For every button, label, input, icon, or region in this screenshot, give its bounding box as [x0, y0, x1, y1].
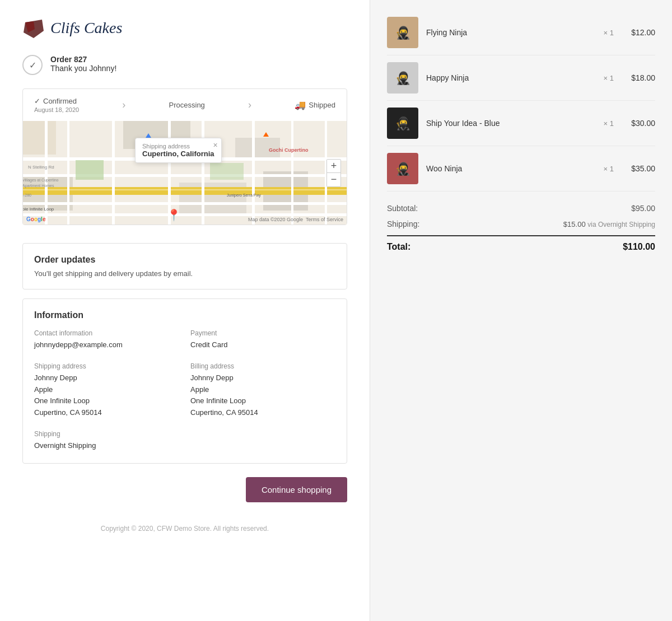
step-shipped: 🚚 Shipped — [295, 100, 335, 110]
subtotal-value: $95.00 — [631, 204, 655, 213]
shipping-via-text: via Overnight Shipping — [587, 221, 655, 228]
order-updates-title: Order updates — [34, 255, 335, 265]
billing-address-value: Johnny Depp Apple One Infinite Loop Cupe… — [190, 372, 335, 419]
order-confirmation: ✓ Order 827 Thank you Johnny! — [22, 55, 347, 75]
svg-text:I-280: I-280 — [23, 193, 31, 197]
total-label: Total: — [387, 242, 410, 252]
item-quantity: × 1 — [604, 74, 614, 82]
actions-area: Continue shopping — [22, 477, 347, 502]
list-item: 🥷 Happy Ninja × 1 $18.00 — [387, 55, 655, 101]
shipping-amount: $15.00 — [563, 220, 586, 228]
shipping-company: Apple — [34, 385, 53, 394]
grand-total-row: Total: $110.00 — [387, 235, 655, 255]
svg-rect-9 — [23, 187, 347, 195]
item-name: Happy Ninja — [426, 73, 596, 82]
payment-method: Credit Card — [190, 339, 335, 351]
shipping-row: Shipping: $15.00 via Overnight Shipping — [387, 216, 655, 232]
shipping-name: Johnny Depp — [34, 373, 77, 382]
shipping-label: Shipping: — [387, 220, 419, 228]
tooltip-title: Shipping address — [142, 143, 214, 150]
order-updates-description: You'll get shipping and delivery updates… — [34, 269, 335, 278]
shipping-city: Cupertino, CA 95014 — [34, 408, 102, 417]
payment-label: Payment — [190, 329, 335, 337]
tooltip-city: Cupertino, California — [142, 150, 214, 158]
status-bar: ✓ Confirmed August 18, 2020 › Processing… — [22, 88, 347, 225]
shipping-address-block: Shipping address Johnny Depp Apple One I… — [34, 362, 179, 419]
contact-info-block: Contact information johnnydepp@example.c… — [34, 329, 179, 351]
svg-rect-10 — [23, 189, 347, 190]
svg-text:🥷: 🥷 — [395, 116, 411, 131]
billing-company: Apple — [190, 385, 209, 394]
map-tooltip: × Shipping address Cupertino, California — [135, 138, 222, 163]
billing-street: One Infinite Loop — [190, 396, 246, 405]
shipping-method-value: Overnight Shipping — [34, 440, 179, 452]
svg-text:Gochi Cupertino: Gochi Cupertino — [269, 147, 309, 153]
svg-rect-19 — [202, 121, 204, 225]
billing-name: Johnny Depp — [190, 373, 234, 382]
svg-text:🥷: 🥷 — [395, 161, 411, 176]
svg-text:Villages at Cupertino: Villages at Cupertino — [23, 178, 59, 183]
step-confirmed: ✓ Confirmed August 18, 2020 — [34, 97, 79, 113]
order-updates-section: Order updates You'll get shipping and de… — [22, 243, 347, 290]
list-item: 🥷 Ship Your Idea - Blue × 1 $30.00 — [387, 101, 655, 146]
shipping-address-value: Johnny Depp Apple One Infinite Loop Cupe… — [34, 372, 179, 419]
contact-email: johnnydepp@example.com — [34, 339, 179, 351]
zoom-in-button[interactable]: + — [327, 160, 340, 173]
contact-label: Contact information — [34, 329, 179, 337]
billing-address-block: Billing address Johnny Depp Apple One In… — [190, 362, 335, 419]
svg-rect-20 — [252, 121, 255, 225]
thank-you-message: Thank you Johnny! — [50, 64, 116, 73]
order-items-list: 🥷 Flying Ninja × 1 $12.00 🥷 Happy Ninja … — [387, 17, 655, 192]
item-name: Woo Ninja — [426, 164, 596, 173]
item-name: Ship Your Idea - Blue — [426, 119, 596, 128]
footer: Copyright © 2020, CFW Demo Store. All ri… — [22, 519, 347, 533]
processing-label: Processing — [169, 101, 205, 109]
logo-icon — [22, 17, 45, 39]
map-svg: N Stelling Rd Cupertino Gochi Cupertino … — [23, 121, 347, 225]
shipping-method-block: Shipping Overnight Shipping — [34, 430, 179, 452]
map-copyright: Map data ©2020 Google Terms of Service — [248, 217, 343, 222]
order-totals: Subtotal: $95.00 Shipping: $15.00 via Ov… — [387, 200, 655, 255]
truck-icon: 🚚 — [295, 100, 306, 110]
svg-text:Apple Infinite Loop: Apple Infinite Loop — [23, 207, 54, 212]
item-quantity: × 1 — [604, 119, 614, 128]
item-price: $30.00 — [622, 119, 655, 128]
tooltip-close[interactable]: × — [213, 141, 217, 150]
logo-area: Clifs Cakes — [22, 17, 347, 39]
item-thumbnail: 🥷 — [387, 62, 418, 94]
map-container: N Stelling Rd Cupertino Gochi Cupertino … — [23, 121, 347, 225]
item-quantity: × 1 — [604, 29, 614, 37]
billing-address-label: Billing address — [190, 362, 335, 370]
svg-rect-24 — [210, 163, 244, 180]
list-item: 🥷 Flying Ninja × 1 $12.00 — [387, 17, 655, 55]
confirmed-label: Confirmed — [43, 97, 77, 105]
svg-rect-14 — [23, 213, 347, 216]
svg-rect-12 — [23, 174, 347, 177]
footer-copyright: Copyright © 2020, CFW Demo Store. All ri… — [101, 525, 269, 533]
subtotal-row: Subtotal: $95.00 — [387, 200, 655, 216]
shipping-value: $15.00 via Overnight Shipping — [563, 220, 655, 228]
svg-rect-21 — [291, 121, 293, 225]
svg-rect-13 — [23, 202, 347, 205]
information-section: Information Contact information johnnyde… — [22, 298, 347, 464]
svg-rect-17 — [112, 121, 115, 225]
item-quantity: × 1 — [604, 165, 614, 173]
item-price: $12.00 — [622, 28, 655, 37]
billing-city: Cupertino, CA 95014 — [190, 408, 258, 417]
svg-text:Apartment Homes: Apartment Homes — [23, 184, 54, 188]
item-price: $18.00 — [622, 73, 655, 82]
svg-text:🥷: 🥷 — [395, 25, 411, 40]
item-thumbnail: 🥷 — [387, 153, 418, 184]
svg-rect-3 — [23, 121, 56, 155]
continue-shopping-button[interactable]: Continue shopping — [246, 477, 347, 502]
shipping-method-label: Shipping — [34, 430, 179, 438]
payment-block: Payment Credit Card — [190, 329, 335, 351]
item-thumbnail: 🥷 — [387, 108, 418, 139]
shipping-street: One Infinite Loop — [34, 396, 90, 405]
step-arrow-1: › — [122, 99, 125, 111]
zoom-controls: + − — [326, 159, 341, 187]
step-arrow-2: › — [248, 99, 251, 111]
zoom-out-button[interactable]: − — [327, 173, 340, 186]
svg-text:Junipero Serra Fwy: Junipero Serra Fwy — [227, 193, 261, 198]
svg-text:🥷: 🥷 — [395, 71, 411, 86]
